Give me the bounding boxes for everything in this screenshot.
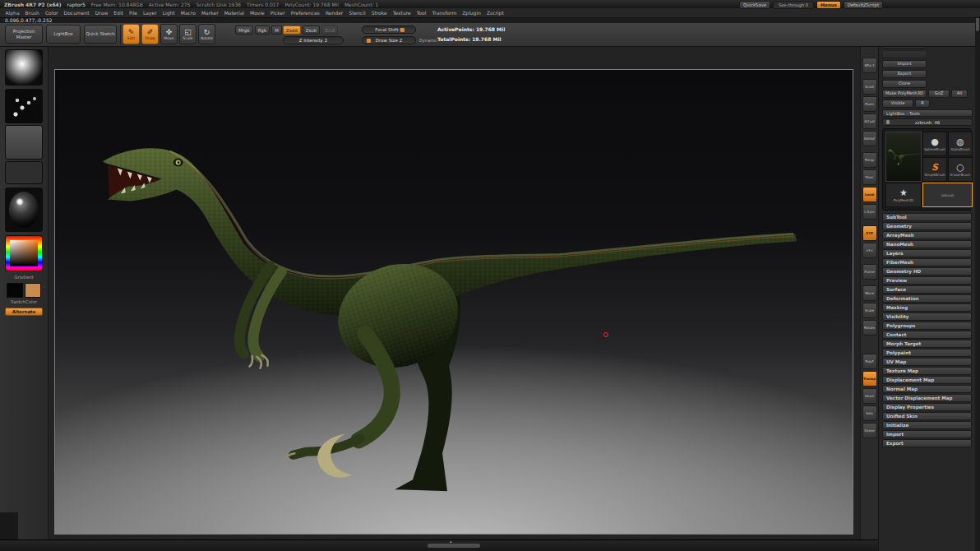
menu-item[interactable]: Render (322, 10, 345, 16)
current-brush-thumbnail[interactable] (5, 49, 43, 86)
menu-item[interactable]: Light (159, 10, 178, 16)
right-shelf-button[interactable]: SPix 3 (862, 58, 877, 73)
quick-sketch-button[interactable]: Quick Sketch (84, 25, 117, 44)
palette-section-header[interactable]: Export (882, 439, 972, 447)
menu-item[interactable]: Macro (178, 10, 198, 16)
raptor-model[interactable] (55, 70, 853, 534)
current-tool-thumbnail[interactable] (885, 132, 922, 182)
right-shelf-button[interactable]: Frame (862, 264, 877, 280)
menu-item[interactable]: Draw (92, 10, 111, 16)
right-shelf-button[interactable]: Move (862, 285, 877, 301)
palette-section-header[interactable]: UV Map (882, 358, 972, 366)
palette-section-header[interactable]: Morph Target (882, 340, 972, 348)
secondary-color-swatch[interactable] (25, 283, 41, 298)
menu-item[interactable]: Zplugin (460, 10, 484, 16)
palette-section-header[interactable]: Display Properties (882, 403, 972, 411)
tool-palette-button[interactable]: GoZ (928, 90, 950, 98)
palette-section-header[interactable]: Polypaint (882, 349, 972, 357)
menu-item[interactable]: Zscript (483, 10, 506, 16)
focal-shift-slider[interactable]: Focal Shift 0 (362, 25, 416, 34)
paint-mode-button[interactable]: Rgb (255, 25, 270, 35)
right-shelf-button[interactable]: Actual (862, 113, 877, 129)
tool-thumbnail[interactable]: ★PolyMesh3D (885, 183, 922, 207)
lightbox-tools-button[interactable]: LightBox › Tools (882, 109, 973, 117)
right-shelf-button[interactable]: Zoom (862, 96, 877, 112)
mode-button[interactable]: ◱Scale (179, 24, 196, 44)
current-stroke-thumbnail[interactable] (5, 89, 43, 123)
menu-item[interactable]: Color (42, 10, 61, 16)
menu-item[interactable]: Preferences (288, 10, 322, 16)
palette-section-header[interactable]: Initialize (882, 421, 972, 429)
tool-thumbnail[interactable]: ●SphereBrush (922, 132, 947, 156)
mode-button[interactable]: ↻Rotate (198, 24, 215, 44)
dynamic-label[interactable]: Dynamic (419, 38, 437, 43)
palette-section-header[interactable]: ArrayMesh (882, 231, 972, 239)
mode-button[interactable]: ✜Move (160, 24, 178, 44)
palette-section-header[interactable]: Preview (882, 276, 972, 285)
mode-button[interactable]: ✎Edit (122, 24, 140, 44)
projection-master-button[interactable]: Projection Master (5, 25, 43, 44)
mode-button[interactable]: ✐Draw (141, 24, 159, 44)
menus-toggle-button[interactable]: Menus (816, 1, 841, 9)
current-texture-thumbnail[interactable] (5, 161, 43, 184)
right-shelf-button[interactable]: Floor (862, 169, 877, 185)
tool-thumbnail[interactable]: ◍AlphaBrush (948, 132, 973, 156)
color-picker[interactable] (5, 235, 43, 271)
color-picker-sv-area[interactable] (10, 240, 38, 266)
paint-mode-button[interactable]: M (271, 25, 282, 35)
menu-item[interactable]: Document (61, 10, 92, 16)
menu-item[interactable]: Material (221, 10, 247, 16)
menu-item[interactable]: Alpha (2, 10, 22, 16)
menu-item[interactable]: Picker (267, 10, 288, 16)
palette-section-header[interactable]: Import (882, 430, 972, 438)
palette-section-header[interactable]: Unified Skin (882, 412, 972, 420)
tool-thumbnail[interactable]: zzbrush (922, 183, 973, 207)
right-shelf-button[interactable]: PolyF (862, 354, 877, 369)
right-shelf-button[interactable]: Ghost (862, 388, 877, 404)
palette-scrollbar[interactable] (975, 8, 980, 551)
menu-item[interactable]: Marker (198, 10, 221, 16)
current-material-thumbnail[interactable] (5, 188, 43, 232)
tool-palette-button[interactable] (882, 50, 927, 58)
menu-item[interactable]: Edit (111, 10, 127, 16)
palette-section-header[interactable]: Texture Map (882, 367, 972, 375)
palette-section-header[interactable]: Geometry (882, 222, 972, 230)
right-shelf-button[interactable]: Scroll (862, 79, 877, 95)
palette-section-header[interactable]: Polygroups (882, 322, 972, 330)
right-shelf-button[interactable]: Local (862, 187, 877, 202)
canvas-area[interactable] (48, 46, 860, 540)
tool-thumbnail[interactable]: SSimpleBrush (922, 157, 947, 182)
gradient-label[interactable]: Gradient (0, 275, 48, 280)
default-zscript-button[interactable]: DefaultZScript (844, 1, 883, 9)
palette-section-header[interactable]: Masking (882, 303, 972, 312)
right-shelf-button[interactable]: L.Sym (862, 204, 877, 220)
menu-item[interactable]: File (126, 10, 140, 16)
main-color-swatch[interactable] (7, 283, 23, 298)
sculpt-mode-button[interactable]: Zadd (283, 25, 301, 35)
right-shelf-button[interactable]: Rotate (862, 320, 877, 336)
right-shelf-button[interactable]: Scale (862, 303, 877, 318)
tool-palette-button[interactable]: Make PolyMesh3D (882, 90, 927, 98)
right-shelf-button[interactable]: Xpose (862, 423, 877, 438)
palette-section-header[interactable]: Layers (882, 249, 972, 257)
palette-section-header[interactable]: Normal Map (882, 385, 972, 393)
alternate-button[interactable]: Alternate (5, 308, 43, 316)
h-scrollbar-thumb[interactable] (428, 544, 480, 548)
lightbox-button[interactable]: LightBox (46, 25, 81, 44)
tool-palette-button[interactable]: Import (882, 60, 927, 68)
menu-item[interactable]: Movie (247, 10, 268, 16)
focal-shift-handle[interactable] (400, 28, 404, 33)
document-viewport[interactable] (54, 69, 853, 535)
palette-section-header[interactable]: Surface (882, 285, 972, 294)
current-alpha-thumbnail[interactable] (5, 125, 43, 160)
palette-section-header[interactable]: Deformation (882, 294, 972, 303)
palette-section-header[interactable]: Vector Displacement Map (882, 394, 972, 402)
sculpt-mode-button[interactable]: Zsub (303, 25, 320, 35)
right-shelf-button[interactable]: XYZ (862, 225, 877, 241)
menu-item[interactable]: Stencil (346, 10, 368, 16)
palette-section-header[interactable]: Geometry HD (882, 267, 972, 276)
z-intensity-slider[interactable]: Z Intensity 2 (283, 36, 344, 44)
paint-mode-button[interactable]: Mrgb (235, 25, 253, 35)
tool-inventory-slider[interactable]: zzbrush. 48 (882, 118, 973, 126)
tool-palette-button[interactable]: All (951, 90, 968, 98)
